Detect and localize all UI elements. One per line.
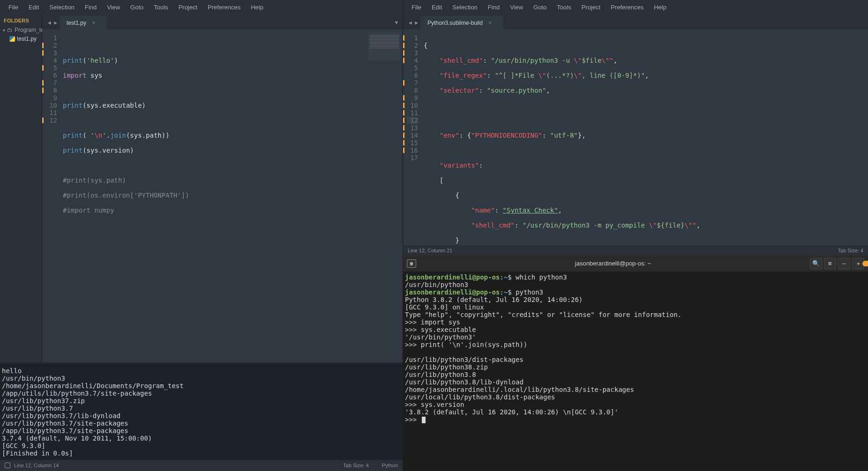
menu-preferences[interactable]: Preferences <box>606 2 648 13</box>
line-num: 3 <box>46 49 57 57</box>
menu-project[interactable]: Project <box>174 2 202 13</box>
line-num: 8 <box>46 87 57 94</box>
menu-preferences[interactable]: Preferences <box>203 2 245 13</box>
terminal-title: jasonberardinelli@pop-os: ~ <box>420 260 806 267</box>
menu-goto[interactable]: Goto <box>126 2 148 13</box>
menu-goto[interactable]: Goto <box>529 2 551 13</box>
menu-find[interactable]: Find <box>80 2 101 13</box>
terminal-header: ▦ jasonberardinelli@pop-os: ~ 🔍 ≡ — ＋ <box>403 256 868 272</box>
line-num: 1 <box>46 34 57 42</box>
cursor <box>422 417 426 423</box>
menu-view[interactable]: View <box>102 2 125 13</box>
panel-switcher-icon[interactable] <box>5 463 10 468</box>
line-num: 6 <box>46 72 57 79</box>
menu-file[interactable]: File <box>4 2 23 13</box>
close-icon[interactable]: × <box>92 19 96 26</box>
terminal[interactable]: ▦ jasonberardinelli@pop-os: ~ 🔍 ≡ — ＋ ja… <box>403 256 868 471</box>
status-syntax[interactable]: Python <box>382 463 398 468</box>
menu-find[interactable]: Find <box>483 2 504 13</box>
editor[interactable]: 1 2 3 4 5 6 7 8 9 ▸10 11 12 print('hello… <box>42 29 403 362</box>
line-num: 7 <box>46 79 57 87</box>
menu-tools[interactable]: Tools <box>149 2 172 13</box>
line-num: 12 <box>46 117 57 124</box>
status-position: Line 12, Column 21 <box>408 248 452 253</box>
sidebar-title: FOLDERS <box>0 14 42 25</box>
menu-help[interactable]: Help <box>246 2 268 13</box>
new-tab-icon[interactable]: ▦ <box>407 259 416 268</box>
menu-view[interactable]: View <box>505 2 528 13</box>
menu-tools[interactable]: Tools <box>552 2 576 13</box>
line-num: 4 <box>46 57 57 64</box>
statusbar-right: Line 12, Column 21 Tab Size: 4 <box>403 245 868 256</box>
search-icon[interactable]: 🔍 <box>810 258 822 269</box>
gutter: 1 2 3 4 5 6 7 8 9 ▸10 11 12 <box>42 29 63 362</box>
tab-history-arrows[interactable]: ◀ ▶ <box>406 20 421 29</box>
python-icon <box>9 36 15 42</box>
sidebar-file[interactable]: test1.py <box>0 35 42 43</box>
close-icon[interactable]: × <box>488 19 492 26</box>
right-editor[interactable]: 1 2 3 4 5 6 7 8 9 10 11 12 13 14 15 16 1… <box>403 29 868 245</box>
tab-test1[interactable]: test1.py × <box>60 16 107 29</box>
status-position: Line 12, Column 14 <box>14 463 59 468</box>
tab-dropdown-icon[interactable]: ▼ <box>390 20 403 29</box>
status-tabsize[interactable]: Tab Size: 4 <box>343 463 368 468</box>
build-output[interactable]: hello /usr/bin/python3 /home/jasonberard… <box>0 364 403 460</box>
menu-help[interactable]: Help <box>649 2 671 13</box>
close-window-icon[interactable] <box>862 261 868 266</box>
line-num: ▸10 <box>46 102 57 109</box>
minimize-icon[interactable]: — <box>838 258 850 269</box>
folder-arrow-icon: ▾ <box>3 28 5 33</box>
line-num: 9 <box>46 94 57 102</box>
tabs-row: ◀ ▶ test1.py × ▼ <box>42 14 403 29</box>
hamburger-icon[interactable]: ≡ <box>824 258 836 269</box>
tab-label: test1.py <box>67 20 86 26</box>
sidebar: FOLDERS ▾ 🗀 Program_tes test1.py <box>0 14 42 362</box>
menu-project[interactable]: Project <box>577 2 605 13</box>
right-menubar: File Edit Selection Find View Goto Tools… <box>403 0 868 14</box>
file-label: test1.py <box>17 36 37 42</box>
status-tabsize[interactable]: Tab Size: 4 <box>838 248 863 253</box>
menu-selection[interactable]: Selection <box>448 2 482 13</box>
minimap[interactable] <box>368 32 401 60</box>
right-tabs-row: ◀ ▶ Python3.sublime-build × <box>403 14 868 29</box>
menu-selection[interactable]: Selection <box>45 2 79 13</box>
line-num: 11 <box>46 109 57 117</box>
folder-icon: 🗀 <box>7 27 13 33</box>
line-num: 5 <box>46 64 57 72</box>
terminal-body[interactable]: jasonberardinelli@pop-os:~$ which python… <box>403 272 868 425</box>
gutter: 1 2 3 4 5 6 7 8 9 10 11 12 13 14 15 16 1… <box>403 29 424 245</box>
code-area[interactable]: print('hello') import sys print(sys.exec… <box>63 29 189 362</box>
tab-label: Python3.sublime-build <box>427 20 483 26</box>
statusbar-left: Line 12, Column 14 Tab Size: 4 Python <box>0 460 403 471</box>
menu-edit[interactable]: Edit <box>24 2 44 13</box>
line-num: 2 <box>46 42 57 49</box>
menu-file[interactable]: File <box>407 2 426 13</box>
tab-history-arrows[interactable]: ◀ ▶ <box>45 20 60 29</box>
menu-edit[interactable]: Edit <box>427 2 447 13</box>
sidebar-folder[interactable]: ▾ 🗀 Program_tes <box>0 25 42 35</box>
code-area[interactable]: { "shell_cmd": "/usr/bin/python3 -u \"$f… <box>424 29 700 245</box>
left-menubar: File Edit Selection Find View Goto Tools… <box>0 0 403 14</box>
tab-build-file[interactable]: Python3.sublime-build × <box>421 16 503 29</box>
